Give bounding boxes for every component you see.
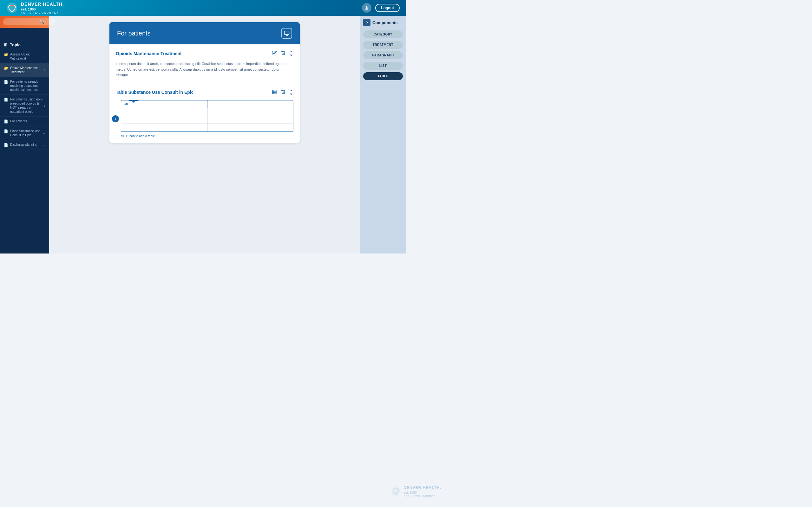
sidebar-item-label: Assess Opioid Withdrawal	[10, 52, 42, 60]
edit-button[interactable]	[271, 50, 277, 57]
doc-icon: 📄	[4, 80, 8, 84]
section-actions: ▲ ▼	[271, 89, 293, 96]
component-btn-treatment[interactable]: TREATMENT	[363, 41, 403, 49]
right-panel: > Components CATEGORY TREATMENT PARAGRAP…	[360, 16, 406, 253]
sidebar-item-label: Discharge planning	[10, 143, 38, 147]
panel-title: Components	[372, 20, 397, 25]
section-actions: ▲ ▼	[271, 49, 293, 57]
app-body: 🔍 ⊞ Topic 📁 Assess Opioid Withdrawal → 📁…	[0, 16, 406, 253]
doc-icon: 📄	[4, 129, 8, 133]
sidebar-item-for-patients-outpatient[interactable]: 📄 For patients already receiving outpati…	[0, 77, 49, 95]
move-up-button[interactable]: ▲	[289, 89, 293, 92]
table-cell[interactable]	[121, 108, 207, 116]
table-container: Cli	[121, 100, 293, 132]
doc-icon: 📄	[4, 98, 8, 102]
sidebar: 🔍 ⊞ Topic 📁 Assess Opioid Withdrawal → 📁…	[0, 16, 49, 253]
svg-point-0	[7, 3, 17, 13]
component-btn-category[interactable]: CATEGORY	[363, 31, 403, 38]
logo-brand: DENVER HEALTH.	[21, 1, 64, 7]
table-icon-button[interactable]	[271, 89, 277, 96]
logo-icon	[6, 2, 18, 14]
main-content: For patients Opioids Mantenance Treatmen…	[49, 16, 360, 253]
table-wrapper: +	[116, 100, 293, 138]
delete-button[interactable]	[280, 89, 287, 96]
logo-tagline: FOR LIFE'S JOURNEY	[21, 11, 64, 14]
svg-rect-2	[285, 31, 289, 35]
sidebar-item-label: Place Substance Use Consult in Epic	[10, 129, 42, 137]
sidebar-item-for-patients-non-prescribed[interactable]: 📄 For patients using non-prescribed opio…	[0, 95, 49, 117]
folder-icon: 📁	[4, 53, 8, 57]
sidebar-item-label: Opioid Mantenance Treatment	[10, 66, 44, 74]
reorder-buttons: ▲ ▼	[289, 49, 293, 57]
table-cell[interactable]	[121, 124, 207, 131]
section-title: Opioids Mantenance Treatment	[116, 51, 182, 56]
topic-label: Topic	[10, 43, 20, 47]
logo-est: est. 1860	[21, 7, 64, 11]
table-cell[interactable]	[207, 108, 293, 116]
section-header: Opioids Mantenance Treatment	[116, 49, 293, 57]
panel-toggle-button[interactable]: >	[363, 19, 370, 26]
sidebar-item-discharge[interactable]: 📄 Discharge planning →	[0, 140, 49, 150]
panel-header: > Components	[363, 19, 403, 26]
section-body: Lorem ipsum dolor sit amet, consectetur …	[116, 61, 293, 78]
card-title: For patients	[117, 30, 151, 37]
folder-icon: 📁	[4, 66, 8, 70]
arrow-icon: →	[42, 131, 45, 135]
arrow-icon: →	[42, 55, 45, 58]
table-row	[121, 116, 293, 124]
component-btn-list[interactable]: LIST	[363, 62, 403, 70]
move-down-button[interactable]: ▼	[289, 93, 293, 96]
section-header: Table Substance Use Consult in Epic	[116, 89, 293, 96]
logout-button[interactable]: Logout	[375, 4, 400, 12]
sidebar-item-label: For patients already receiving outpatien…	[10, 79, 42, 92]
search-icon: 🔍	[39, 20, 44, 24]
section-opioids-treatment: Opioids Mantenance Treatment	[109, 44, 300, 83]
reorder-buttons: ▲ ▼	[289, 89, 293, 96]
table-cell[interactable]	[207, 116, 293, 124]
user-avatar[interactable]	[362, 3, 371, 13]
table-cell-header	[207, 101, 293, 108]
sidebar-item-label: For patients using non-prescribed opioid…	[10, 97, 44, 114]
search-bar: 🔍	[0, 16, 49, 28]
table-tooltip	[128, 100, 140, 101]
table-row	[121, 108, 293, 116]
doc-icon: 📄	[4, 143, 8, 147]
component-btn-table[interactable]: TABLE	[363, 72, 403, 80]
component-btn-paragraph[interactable]: PARAGRAPH	[363, 51, 403, 59]
sidebar-item-for-patients[interactable]: 📄 For patients	[0, 117, 49, 126]
table-hint: ck '+' icon to add a table	[121, 134, 293, 138]
table-header-row: Cli	[121, 101, 293, 108]
add-table-button[interactable]: +	[112, 115, 119, 122]
move-down-button[interactable]: ▼	[289, 54, 293, 57]
sidebar-item-label: For patients	[10, 119, 27, 123]
header-actions: Logout	[362, 3, 400, 13]
delete-button[interactable]	[280, 50, 287, 57]
topic-grid-icon: ⊞	[4, 43, 7, 47]
doc-icon: 📄	[4, 119, 8, 124]
sidebar-content: ⊞ Topic 📁 Assess Opioid Withdrawal → 📁 O…	[0, 40, 49, 150]
arrow-icon: ↓	[44, 68, 45, 72]
table-cell[interactable]	[207, 124, 293, 131]
arrow-icon: →	[42, 84, 45, 88]
table-row	[121, 124, 293, 131]
sidebar-item-place-substance[interactable]: 📄 Place Substance Use Consult in Epic →	[0, 126, 49, 140]
app-header: DENVER HEALTH. est. 1860 FOR LIFE'S JOUR…	[0, 0, 406, 16]
content-card: For patients Opioids Mantenance Treatmen…	[109, 22, 300, 143]
logo: DENVER HEALTH. est. 1860 FOR LIFE'S JOUR…	[6, 1, 64, 15]
sidebar-topic-header: ⊞ Topic	[0, 40, 49, 50]
svg-rect-5	[272, 90, 276, 94]
monitor-icon	[281, 28, 292, 39]
section-title: Table Substance Use Consult in Epic	[116, 90, 194, 95]
arrow-icon: ↓	[44, 104, 45, 107]
section-table-substance: Table Substance Use Consult in Epic	[109, 83, 300, 143]
move-up-button[interactable]: ▲	[289, 49, 293, 53]
logo-text: DENVER HEALTH. est. 1860 FOR LIFE'S JOUR…	[21, 1, 64, 15]
card-header: For patients	[109, 22, 300, 44]
sidebar-item-opioid-maintenance[interactable]: 📁 Opioid Mantenance Treatment ↓	[0, 63, 49, 77]
arrow-icon: →	[42, 143, 45, 147]
svg-point-1	[366, 6, 368, 8]
table-cell[interactable]	[121, 116, 207, 124]
sidebar-item-assess-opioid[interactable]: 📁 Assess Opioid Withdrawal →	[0, 50, 49, 63]
